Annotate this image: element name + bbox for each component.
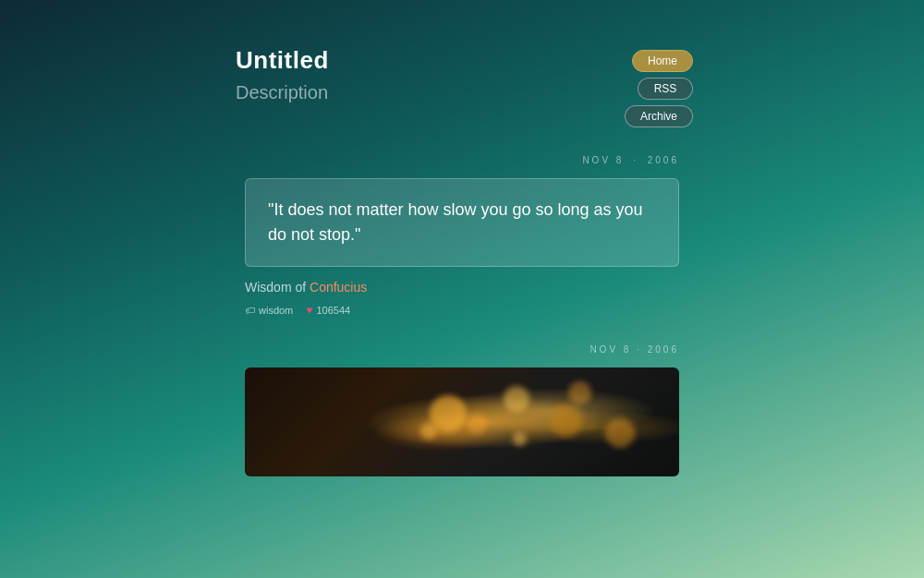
date-dot-2: · bbox=[637, 344, 642, 355]
date-dot-1: · bbox=[633, 155, 638, 165]
tag-label[interactable]: wisdom bbox=[259, 305, 293, 316]
tag-item: 🏷 wisdom bbox=[245, 305, 293, 316]
page-wrapper: Untitled Description Home RSS Archive NO… bbox=[0, 0, 924, 578]
date-day-2: 8 bbox=[624, 344, 632, 355]
archive-button[interactable]: Archive bbox=[625, 105, 693, 127]
date-month-2: NOV bbox=[590, 344, 618, 355]
post-1-date: NOV 8 · 2006 bbox=[245, 155, 679, 165]
author-name: Confucius bbox=[310, 280, 367, 295]
tag-icon: 🏷 bbox=[245, 305, 255, 316]
post-2: NOV 8 · 2006 bbox=[245, 344, 679, 476]
post-2-date: NOV 8 · 2006 bbox=[245, 344, 679, 355]
header-left: Untitled Description bbox=[236, 46, 329, 103]
site-title: Untitled bbox=[236, 46, 329, 75]
photo-inner bbox=[245, 367, 679, 476]
content-area: NOV 8 · 2006 "It does not matter how slo… bbox=[236, 155, 688, 476]
post-1: NOV 8 · 2006 "It does not matter how slo… bbox=[245, 155, 679, 317]
like-count: 106544 bbox=[316, 305, 350, 316]
date-year-2: 2006 bbox=[648, 344, 679, 355]
wisdom-attribution: Wisdom of Confucius bbox=[245, 280, 679, 295]
date-month-1: NOV bbox=[582, 155, 611, 165]
wisdom-prefix: Wisdom of bbox=[245, 280, 310, 295]
quote-block: "It does not matter how slow you go so l… bbox=[245, 178, 679, 267]
date-day-1: 8 bbox=[616, 155, 625, 165]
meta-row: 🏷 wisdom ♥ 106544 bbox=[245, 304, 679, 317]
header: Untitled Description Home RSS Archive bbox=[0, 37, 924, 137]
nav-buttons: Home RSS Archive bbox=[625, 50, 693, 127]
rss-button[interactable]: RSS bbox=[638, 78, 693, 100]
home-button[interactable]: Home bbox=[632, 50, 693, 72]
photo-block bbox=[245, 367, 679, 476]
site-description: Description bbox=[236, 82, 329, 103]
quote-text: "It does not matter how slow you go so l… bbox=[268, 198, 656, 247]
date-year-1: 2006 bbox=[648, 155, 679, 165]
like-item: ♥ 106544 bbox=[306, 304, 350, 317]
heart-icon: ♥ bbox=[306, 304, 312, 317]
